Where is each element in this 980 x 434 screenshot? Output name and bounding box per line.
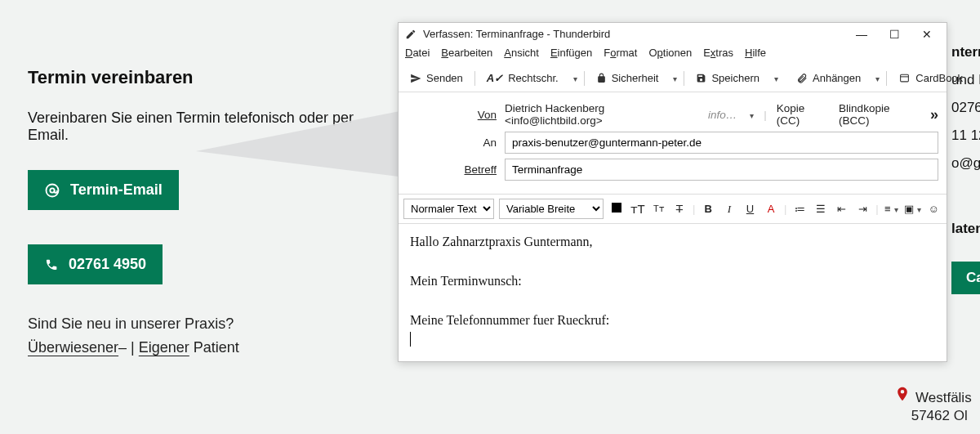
to-field[interactable] [505, 132, 938, 154]
close-button[interactable]: ✕ [914, 28, 940, 41]
paragraph-style-select[interactable]: Normaler Text [403, 199, 494, 219]
send-icon [410, 73, 421, 84]
pencil-icon [405, 29, 416, 40]
question-text: Sind Sie neu in unserer Praxis? [28, 315, 387, 333]
email-button[interactable]: Termin-Email [28, 170, 179, 210]
text-color-button[interactable] [608, 203, 625, 215]
save-dropdown[interactable] [771, 72, 778, 84]
save-button[interactable]: Speichern [691, 69, 764, 87]
attach-label: Anhängen [813, 72, 861, 84]
menu-bearbeiten[interactable]: Bearbeiten [441, 47, 492, 59]
email-button-label: Termin-Email [70, 181, 163, 199]
toolbar: Senden A✓ Rechtschr. Sicherheit Speicher… [399, 65, 947, 92]
from-dropdown[interactable] [746, 109, 754, 121]
save-label: Speichern [711, 72, 760, 84]
subject-label: Betreff [407, 163, 497, 176]
text-cursor [410, 330, 935, 350]
minimize-button[interactable]: — [849, 28, 875, 41]
spellcheck-button[interactable]: A✓ Rechtschr. [482, 69, 564, 87]
bold-button[interactable]: B [700, 203, 716, 215]
map-pin-icon [894, 384, 911, 407]
menu-format[interactable]: Format [604, 47, 637, 59]
clear-format-icon[interactable]: T̶ [671, 203, 688, 215]
font-size-dec-icon[interactable]: Tᴛ [651, 204, 667, 214]
attach-dropdown[interactable] [872, 72, 880, 84]
spellcheck-dropdown[interactable] [570, 72, 577, 84]
window-title: Verfassen: Terminanfrage - Thunderbird [423, 28, 842, 40]
bcc-button[interactable]: Blindkopie (BCC) [839, 102, 920, 127]
address-block: Westfälis X57462 Ol [894, 384, 972, 425]
question-links: Überwiesener– | Eigener Patient [28, 339, 387, 356]
align-button[interactable]: ≡ [884, 203, 900, 215]
page-heading: Termin vereinbaren [28, 67, 387, 88]
menu-einfuegen[interactable]: Einfügen [550, 47, 592, 59]
card-button[interactable]: Card [951, 262, 980, 294]
save-icon [696, 73, 706, 83]
from-label: Von [407, 109, 497, 121]
body-line: Meine Telefonnummer fuer Rueckruf: [410, 311, 935, 330]
svg-rect-3 [901, 74, 909, 82]
paperclip-icon [796, 73, 808, 84]
menu-ansicht[interactable]: Ansicht [504, 47, 539, 59]
number-list-button[interactable]: ☰ [813, 203, 829, 215]
insert-image-button[interactable]: ▣ [904, 203, 920, 215]
cutoff-text: laten [951, 221, 980, 237]
cutoff-text: o@gu [951, 155, 980, 172]
font-color-button[interactable]: A [763, 203, 779, 215]
security-dropdown[interactable] [670, 72, 677, 84]
send-label: Senden [426, 72, 463, 84]
subject-field[interactable] [505, 159, 938, 181]
outdent-button[interactable]: ⇤ [834, 203, 850, 215]
font-family-select[interactable]: Variable Breite [499, 199, 604, 219]
page-sub: Vereinbaren Sie einen Termin telefonisch… [28, 110, 387, 144]
from-value[interactable]: Dietrich Hackenberg <info@lichtbild.org> [505, 102, 698, 127]
compose-headers: Von Dietrich Hackenberg <info@lichtbild.… [399, 92, 947, 195]
left-panel: Termin vereinbaren Vereinbaren Sie einen… [28, 67, 387, 356]
menu-datei[interactable]: Datei [405, 47, 430, 59]
address-line: 57462 Ol [911, 408, 968, 423]
more-headers[interactable]: » [930, 106, 938, 123]
address-line: Westfälis [915, 390, 972, 405]
at-icon [44, 182, 60, 199]
body-line: Mein Terminwunsch: [410, 271, 935, 291]
menu-bar: Datei Bearbeiten Ansicht Einfügen Format… [399, 45, 947, 65]
bullet-list-button[interactable]: ≔ [791, 203, 808, 215]
maximize-button[interactable]: ☐ [881, 28, 907, 41]
lock-icon [596, 73, 607, 83]
link-referred[interactable]: Überwiesener [28, 339, 118, 356]
phone-icon [44, 257, 59, 272]
cardbook-label: CardBook [915, 72, 963, 84]
cutoff-text: ntern [951, 44, 980, 60]
phone-button[interactable]: 02761 4950 [28, 244, 163, 284]
titlebar: Verfassen: Terminanfrage - Thunderbird —… [399, 23, 947, 45]
security-button[interactable]: Sicherheit [591, 69, 664, 87]
compose-window: Verfassen: Terminanfrage - Thunderbird —… [398, 22, 947, 362]
underline-button[interactable]: U [742, 203, 759, 215]
cardbook-button[interactable]: CardBook [893, 69, 968, 87]
indent-button[interactable]: ⇥ [854, 203, 871, 215]
contacts-icon [898, 73, 911, 83]
send-button[interactable]: Senden [405, 69, 468, 87]
attach-button[interactable]: Anhängen [791, 69, 866, 87]
cutoff-text: 11 129 [951, 128, 980, 144]
link-own[interactable]: Eigener [139, 339, 189, 356]
format-toolbar: Normaler Text Variable Breite ᴛT Tᴛ T̶ |… [399, 195, 947, 224]
cutoff-text: 02761 [951, 100, 980, 116]
to-label: An [407, 136, 497, 149]
body-line: Hallo Zahnarztpraxis Guntermann, [410, 232, 935, 252]
phone-button-label: 02761 4950 [69, 256, 146, 273]
spellcheck-icon: A✓ [487, 72, 503, 84]
italic-button[interactable]: I [721, 203, 737, 216]
menu-optionen[interactable]: Optionen [648, 47, 692, 59]
from-hint: info… [708, 109, 737, 121]
compose-body[interactable]: Hallo Zahnarztpraxis Guntermann, Mein Te… [399, 224, 947, 361]
cc-button[interactable]: Kopie (CC) [777, 102, 829, 127]
security-label: Sicherheit [612, 72, 659, 84]
emoji-button[interactable]: ☺ [925, 203, 942, 215]
spellcheck-label: Rechtschr. [508, 72, 558, 84]
menu-extras[interactable]: Extras [703, 47, 733, 59]
font-size-inc-icon[interactable]: ᴛT [630, 202, 646, 217]
menu-hilfe[interactable]: Hilfe [745, 47, 766, 59]
